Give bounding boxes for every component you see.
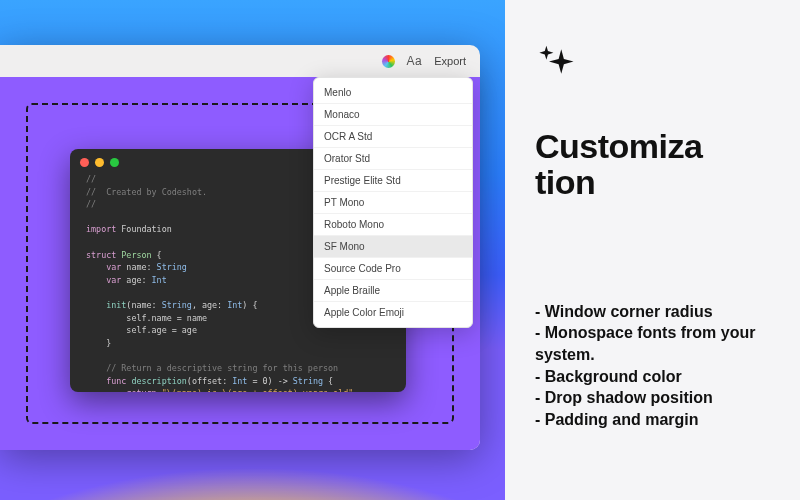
color-picker-icon[interactable] [382, 55, 395, 68]
sig: = 0) -> [247, 376, 292, 386]
kw: struct [86, 250, 116, 260]
sig: (name: [126, 300, 161, 310]
feature-item: - Monospace fonts from your system. [535, 322, 770, 365]
toolbar: Aa Export [0, 45, 480, 77]
font-menu-item[interactable]: Apple Braille [314, 280, 472, 302]
font-menu-item[interactable]: Prestige Elite Std [314, 170, 472, 192]
feature-item: - Background color [535, 366, 770, 388]
id: name: [121, 262, 156, 272]
kw: func [106, 376, 126, 386]
sig: , age: [192, 300, 227, 310]
type: Int [227, 300, 242, 310]
kw: import [86, 224, 116, 234]
font-picker-button[interactable]: Aa [407, 54, 423, 68]
code-comment: // [86, 199, 96, 209]
font-menu-item[interactable]: Monaco [314, 104, 472, 126]
headline-line: Customiza [535, 128, 770, 164]
brace: } [106, 338, 111, 348]
code-comment: // Created by Codeshot. [86, 187, 207, 197]
code-comment: // Return a descriptive string for this … [106, 363, 338, 373]
type: Person [121, 250, 151, 260]
font-menu-item[interactable]: Roboto Mono [314, 214, 472, 236]
font-menu-item[interactable]: Menlo [314, 82, 472, 104]
kw: var [106, 275, 121, 285]
close-icon[interactable] [80, 158, 89, 167]
font-menu-item[interactable]: Source Code Pro [314, 258, 472, 280]
info-panel: Customiza tion - Window corner radius- M… [505, 0, 800, 500]
feature-list: - Window corner radius- Monospace fonts … [535, 301, 770, 431]
feature-item: - Drop shadow position [535, 387, 770, 409]
string: "\(name) is \(age + offset) years old" [157, 388, 354, 392]
font-menu-item[interactable]: SF Mono [314, 236, 472, 258]
wallpaper-background: Aa Export // // Created by Codeshot. // … [0, 0, 505, 500]
kw: var [106, 262, 121, 272]
font-menu-item[interactable]: Apple Color Emoji [314, 302, 472, 323]
font-menu[interactable]: MenloMonacoOCR A StdOrator StdPrestige E… [313, 77, 473, 328]
func: description [126, 376, 187, 386]
type: String [293, 376, 323, 386]
export-button[interactable]: Export [434, 55, 466, 67]
font-menu-item[interactable]: PT Mono [314, 192, 472, 214]
stmt: self.name = name [126, 313, 207, 323]
brace: { [323, 376, 333, 386]
code-comment: // [86, 174, 96, 184]
feature-item: - Window corner radius [535, 301, 770, 323]
feature-item: - Padding and margin [535, 409, 770, 431]
zoom-icon[interactable] [110, 158, 119, 167]
font-menu-item[interactable]: OCR A Std [314, 126, 472, 148]
type: Int [152, 275, 167, 285]
sparkle-icon [535, 44, 770, 90]
type: String [162, 300, 192, 310]
kw: init [106, 300, 126, 310]
type: String [157, 262, 187, 272]
type: Int [232, 376, 247, 386]
minimize-icon[interactable] [95, 158, 104, 167]
brace: { [152, 250, 162, 260]
font-menu-item[interactable]: Orator Std [314, 148, 472, 170]
headline: Customiza tion [535, 128, 770, 201]
sig: (offset: [187, 376, 232, 386]
stmt: self.age = age [126, 325, 197, 335]
brace: ) { [242, 300, 257, 310]
id: age: [121, 275, 151, 285]
kw: return [126, 388, 156, 392]
headline-line: tion [535, 164, 770, 200]
module: Foundation [121, 224, 171, 234]
